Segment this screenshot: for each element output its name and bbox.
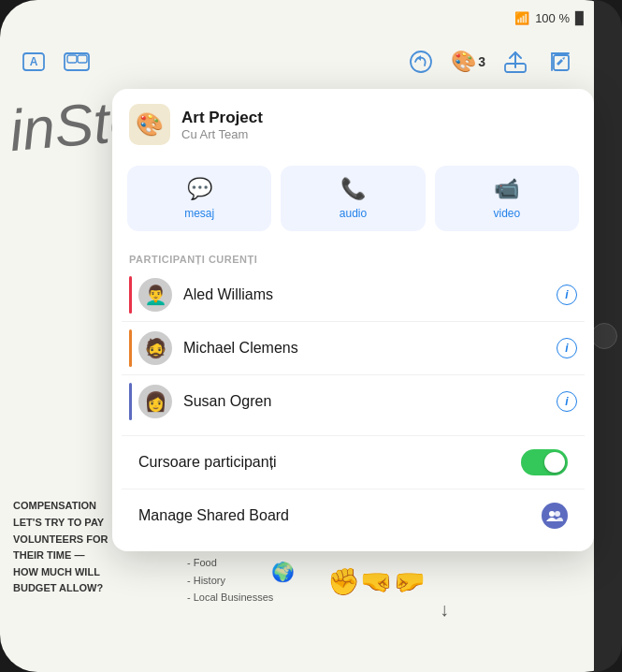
battery-percent: 100 % <box>535 11 570 25</box>
text-icon[interactable]: A <box>19 47 49 77</box>
action-row: 💬 mesaj 📞 audio 📹 video <box>112 158 594 246</box>
video-label: video <box>493 207 520 220</box>
message-icon: 💬 <box>187 177 212 201</box>
participant-item: 👨‍🦱 Aled Williams i <box>122 269 585 322</box>
toolbar-right: 🎨 3 <box>406 47 575 77</box>
participant-info-2[interactable]: i <box>557 338 577 358</box>
svg-point-5 <box>411 51 431 72</box>
home-button[interactable] <box>591 323 617 349</box>
project-icon: 🎨 <box>129 104 170 145</box>
participant-info-3[interactable]: i <box>557 391 577 412</box>
video-button[interactable]: 📹 video <box>435 166 579 231</box>
participant-name-3: Susan Ogren <box>183 393 545 410</box>
undo-icon[interactable] <box>406 47 436 77</box>
collaboration-panel: 🎨 Art Project Cu Art Team 💬 mesaj 📞 audi… <box>112 89 594 551</box>
project-info: Art Project Cu Art Team <box>181 109 263 141</box>
manage-shared-board-row[interactable]: Manage Shared Board <box>122 489 585 542</box>
manage-shared-board-icon <box>542 503 568 529</box>
participant-list: 👨‍🦱 Aled Williams i 🧔 Michael Clemens i … <box>112 269 594 431</box>
participant-avatar-3: 👩 <box>138 385 172 418</box>
svg-point-9 <box>555 511 560 517</box>
share-icon[interactable] <box>500 47 530 77</box>
svg-point-8 <box>549 511 555 517</box>
participant-color-bar-1 <box>129 276 132 314</box>
compose-icon[interactable] <box>545 47 575 77</box>
cursors-toggle-switch[interactable] <box>521 449 568 475</box>
participant-name-1: Aled Williams <box>183 286 545 303</box>
message-label: mesaj <box>184 207 214 220</box>
emoji-fists: ✊🤜🤛 <box>327 566 426 597</box>
toolbar-left: A <box>19 47 92 77</box>
svg-text:A: A <box>30 55 38 68</box>
audio-button[interactable]: 📞 audio <box>281 166 425 231</box>
canvas-background: 📶 100 % ▉ A <box>0 0 622 672</box>
cursors-toggle-row: Cursoare participanți <box>122 435 585 489</box>
participant-color-bar-2 <box>129 329 132 367</box>
toolbar: A 🎨 3 <box>9 47 585 77</box>
participant-color-bar-3 <box>129 383 132 420</box>
battery-icon: ▉ <box>575 11 585 25</box>
collaborators-emoji: 🎨 <box>451 50 476 74</box>
participant-name-2: Michael Clemens <box>183 340 545 357</box>
message-button[interactable]: 💬 mesaj <box>127 166 271 231</box>
audio-icon: 📞 <box>340 177 366 201</box>
arrow-decoration: ↓ <box>440 599 449 621</box>
project-subtitle: Cu Art Team <box>181 127 263 141</box>
collaborators-badge[interactable]: 🎨 3 <box>451 50 485 74</box>
emoji-globe: 🌍 <box>271 561 295 583</box>
device-frame <box>594 0 622 672</box>
audio-label: audio <box>340 207 367 220</box>
participant-item: 🧔 Michael Clemens i <box>122 322 585 375</box>
participant-info-1[interactable]: i <box>557 285 577 305</box>
svg-rect-4 <box>78 55 87 63</box>
toggle-knob <box>544 452 565 473</box>
background-notes: COMPENSATION LET'S TRY TO PAY VOLUNTEERS… <box>13 498 108 597</box>
manage-shared-board-label: Manage Shared Board <box>138 507 289 524</box>
wifi-icon: 📶 <box>514 11 529 25</box>
panel-header: 🎨 Art Project Cu Art Team <box>112 89 594 158</box>
image-icon[interactable] <box>62 47 92 77</box>
svg-rect-3 <box>67 55 77 63</box>
participant-avatar-2: 🧔 <box>138 331 172 365</box>
cursors-toggle-label: Cursoare participanți <box>138 454 277 471</box>
project-name: Art Project <box>181 109 263 127</box>
participants-section-header: PARTICIPANȚI CURENȚI <box>112 246 594 269</box>
participant-item: 👩 Susan Ogren i <box>122 375 585 428</box>
participant-avatar-1: 👨‍🦱 <box>138 278 172 312</box>
video-icon: 📹 <box>494 177 519 201</box>
status-bar: 📶 100 % ▉ <box>514 11 585 25</box>
